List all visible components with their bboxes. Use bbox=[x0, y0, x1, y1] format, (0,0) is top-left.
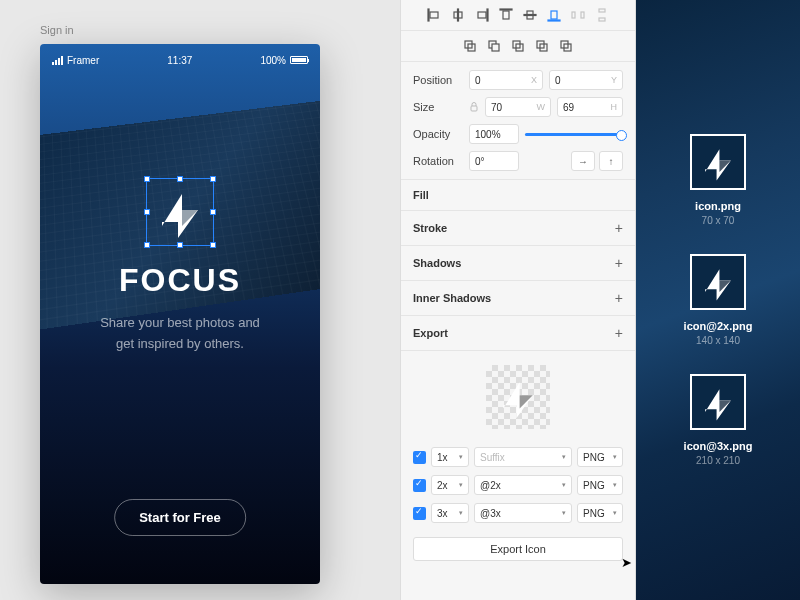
align-middle-icon[interactable] bbox=[523, 8, 537, 22]
status-bar: Framer 11:37 100% bbox=[40, 52, 320, 68]
app-subtitle: Share your best photos andget inspired b… bbox=[40, 313, 320, 355]
rotation-input[interactable]: 0° bbox=[469, 151, 519, 171]
svg-rect-4 bbox=[458, 9, 459, 21]
checkbox[interactable] bbox=[413, 451, 426, 464]
svg-rect-2 bbox=[428, 9, 429, 21]
svg-marker-35 bbox=[705, 389, 731, 420]
cursor-icon: ➤ bbox=[621, 555, 632, 570]
start-free-button[interactable]: Start for Free bbox=[114, 499, 246, 536]
flip-h-button[interactable]: → bbox=[571, 151, 595, 171]
export-preview bbox=[401, 351, 635, 443]
app-title: FOCUS bbox=[40, 262, 320, 299]
align-center-h-icon[interactable] bbox=[451, 8, 465, 22]
suffix-input[interactable]: @3x▾ bbox=[474, 503, 572, 523]
subtract-icon[interactable] bbox=[487, 39, 501, 53]
union-icon[interactable] bbox=[463, 39, 477, 53]
position-x-input[interactable]: 0X bbox=[469, 70, 543, 90]
plus-icon[interactable]: + bbox=[615, 255, 623, 271]
align-left-icon[interactable] bbox=[427, 8, 441, 22]
output-filename: icon.png bbox=[690, 200, 746, 212]
format-select[interactable]: PNG▾ bbox=[577, 503, 623, 523]
opacity-input[interactable]: 100% bbox=[469, 124, 519, 144]
inner-shadows-section[interactable]: Inner Shadows+ bbox=[401, 281, 635, 316]
shadows-section[interactable]: Shadows+ bbox=[401, 246, 635, 281]
output-thumb bbox=[690, 134, 746, 190]
svg-marker-29 bbox=[503, 382, 533, 418]
focus-logo-icon bbox=[152, 184, 208, 240]
phone-mockup: Framer 11:37 100% FOCUS Share your best … bbox=[40, 44, 320, 584]
align-toolbar bbox=[401, 0, 635, 31]
height-input[interactable]: 69H bbox=[557, 97, 623, 117]
scale-select[interactable]: 2x▾ bbox=[431, 475, 469, 495]
flatten-icon[interactable] bbox=[559, 39, 573, 53]
svg-marker-33 bbox=[705, 269, 731, 300]
position-label: Position bbox=[413, 74, 463, 86]
export-icon-button[interactable]: Export Icon➤ bbox=[413, 537, 623, 561]
battery-icon bbox=[290, 56, 308, 64]
canvas-panel: Sign in Framer 11:37 100% FOCUS Share yo… bbox=[0, 0, 400, 600]
inspector-panel: Position 0X 0Y Size 70W 69H Opacity 100%… bbox=[400, 0, 636, 600]
opacity-slider[interactable] bbox=[525, 133, 623, 136]
size-label: Size bbox=[413, 101, 463, 113]
svg-rect-17 bbox=[599, 18, 605, 21]
svg-rect-12 bbox=[548, 20, 560, 21]
opacity-label: Opacity bbox=[413, 128, 463, 140]
checkbox[interactable] bbox=[413, 507, 426, 520]
suffix-input[interactable]: Suffix▾ bbox=[474, 447, 572, 467]
svg-rect-15 bbox=[581, 12, 584, 18]
plus-icon[interactable]: + bbox=[615, 290, 623, 306]
width-input[interactable]: 70W bbox=[485, 97, 551, 117]
svg-marker-31 bbox=[705, 149, 731, 180]
carrier-label: Framer bbox=[67, 55, 99, 66]
svg-rect-16 bbox=[599, 9, 605, 12]
align-right-icon[interactable] bbox=[475, 8, 489, 22]
output-dimensions: 210 x 210 bbox=[684, 455, 753, 466]
svg-rect-3 bbox=[430, 12, 438, 18]
svg-rect-28 bbox=[471, 106, 477, 111]
svg-rect-6 bbox=[487, 9, 488, 21]
align-top-icon[interactable] bbox=[499, 8, 513, 22]
svg-rect-8 bbox=[500, 9, 512, 10]
distribute-v-icon bbox=[595, 8, 609, 22]
battery-label: 100% bbox=[260, 55, 286, 66]
intersect-icon[interactable] bbox=[511, 39, 525, 53]
export-row-2x: 2x▾ @2x▾ PNG▾ bbox=[401, 471, 635, 499]
fill-section[interactable]: Fill bbox=[401, 180, 635, 211]
signin-link[interactable]: Sign in bbox=[40, 24, 360, 36]
lock-icon[interactable] bbox=[469, 102, 479, 112]
svg-rect-9 bbox=[503, 11, 509, 19]
checkbox[interactable] bbox=[413, 479, 426, 492]
difference-icon[interactable] bbox=[535, 39, 549, 53]
svg-rect-21 bbox=[492, 44, 499, 51]
svg-rect-13 bbox=[551, 11, 557, 19]
position-y-input[interactable]: 0Y bbox=[549, 70, 623, 90]
align-bottom-icon[interactable] bbox=[547, 8, 561, 22]
output-dimensions: 70 x 70 bbox=[690, 215, 746, 226]
export-row-3x: 3x▾ @3x▾ PNG▾ bbox=[401, 499, 635, 527]
output-filename: icon@2x.png bbox=[684, 320, 753, 332]
svg-rect-14 bbox=[572, 12, 575, 18]
selected-layer[interactable] bbox=[152, 184, 208, 240]
output-3x: icon@3x.png 210 x 210 bbox=[684, 374, 753, 466]
svg-marker-0 bbox=[162, 194, 198, 238]
svg-rect-7 bbox=[478, 12, 486, 18]
rotation-label: Rotation bbox=[413, 155, 463, 167]
export-section[interactable]: Export+ bbox=[401, 316, 635, 351]
boolean-toolbar bbox=[401, 31, 635, 62]
output-dimensions: 140 x 140 bbox=[684, 335, 753, 346]
format-select[interactable]: PNG▾ bbox=[577, 475, 623, 495]
output-panel: icon.png 70 x 70 icon@2x.png 140 x 140 i… bbox=[636, 0, 800, 600]
format-select[interactable]: PNG▾ bbox=[577, 447, 623, 467]
plus-icon[interactable]: + bbox=[615, 325, 623, 341]
scale-select[interactable]: 1x▾ bbox=[431, 447, 469, 467]
plus-icon[interactable]: + bbox=[615, 220, 623, 236]
output-thumb bbox=[690, 374, 746, 430]
suffix-input[interactable]: @2x▾ bbox=[474, 475, 572, 495]
distribute-h-icon bbox=[571, 8, 585, 22]
output-filename: icon@3x.png bbox=[684, 440, 753, 452]
stroke-section[interactable]: Stroke+ bbox=[401, 211, 635, 246]
flip-v-button[interactable]: ↑ bbox=[599, 151, 623, 171]
svg-rect-10 bbox=[524, 15, 536, 16]
scale-select[interactable]: 3x▾ bbox=[431, 503, 469, 523]
output-thumb bbox=[690, 254, 746, 310]
